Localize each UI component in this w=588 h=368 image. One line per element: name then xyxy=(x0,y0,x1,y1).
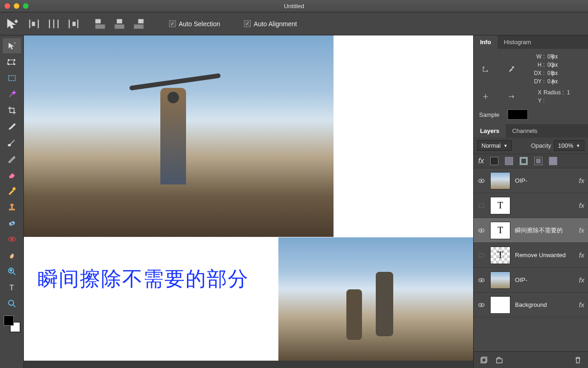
layer-row[interactable]: Backgroundfx xyxy=(474,293,588,317)
layer-row[interactable]: T瞬间擦除不需要的fx xyxy=(474,218,588,243)
svg-point-36 xyxy=(8,300,13,305)
eyedropper-tool[interactable] xyxy=(3,183,21,198)
align-left-icon[interactable] xyxy=(94,17,107,30)
marquee-tool[interactable] xyxy=(3,70,21,86)
layer-fx-icon[interactable]: fx xyxy=(579,251,584,259)
h-label: H : xyxy=(531,62,545,68)
opacity-select[interactable]: 100% ▼ xyxy=(554,140,584,151)
svg-rect-22 xyxy=(8,75,15,80)
crop-tool[interactable] xyxy=(3,103,21,118)
move-tool-indicator-icon: + xyxy=(6,17,18,30)
stamp-tool[interactable] xyxy=(3,199,21,214)
svg-rect-10 xyxy=(96,19,101,23)
magic-wand-tool[interactable] xyxy=(3,86,21,102)
layer-row[interactable]: TRemove Unwantedfx xyxy=(474,243,588,268)
horizontal-scrollbar[interactable] xyxy=(24,361,473,368)
pencil-tool[interactable] xyxy=(3,151,21,166)
minimize-icon[interactable] xyxy=(14,3,19,9)
fill-square-icon[interactable] xyxy=(505,157,513,165)
window-title: Untitled xyxy=(284,3,304,10)
red-eye-tool[interactable] xyxy=(3,231,21,247)
svg-point-47 xyxy=(481,304,482,306)
svg-point-30 xyxy=(12,222,13,223)
svg-rect-5 xyxy=(53,19,54,28)
text-tool[interactable]: T xyxy=(3,280,21,295)
layer-fx-icon[interactable]: fx xyxy=(579,201,584,209)
layer-fx-icon[interactable]: fx xyxy=(579,177,584,184)
paint-tool[interactable] xyxy=(3,135,21,150)
color-swatches[interactable] xyxy=(4,316,20,332)
right-panels: Info Histogram W :0 px R : H :0 px G : D… xyxy=(473,35,588,368)
layer-fx-icon[interactable]: fx xyxy=(579,226,584,234)
visibility-toggle-icon[interactable] xyxy=(477,177,486,185)
chevron-down-icon: ▼ xyxy=(503,144,508,148)
layer-thumbnail: T xyxy=(490,197,510,214)
layer-fx-icon[interactable]: fx xyxy=(579,301,584,309)
titlebar: Untitled xyxy=(0,0,588,12)
canvas-image-2 xyxy=(278,237,473,361)
tab-histogram[interactable]: Histogram xyxy=(498,35,537,49)
svg-rect-4 xyxy=(49,19,50,28)
move-tool[interactable]: + xyxy=(3,38,21,53)
eraser-tool[interactable] xyxy=(3,167,21,182)
toolbox: + + T xyxy=(0,35,24,368)
canvas-image-1 xyxy=(24,35,334,237)
layer-row[interactable]: OIP-fx xyxy=(474,168,588,193)
stroke-square-icon[interactable] xyxy=(520,157,528,165)
canvas-area: 瞬间擦除不需要的部分 xyxy=(24,35,473,368)
healing-tool[interactable] xyxy=(3,215,21,230)
visibility-toggle-icon[interactable] xyxy=(477,201,486,210)
svg-text:T: T xyxy=(9,283,14,291)
document-canvas[interactable]: 瞬间擦除不需要的部分 xyxy=(24,35,473,361)
mask-square-icon[interactable] xyxy=(490,157,498,165)
layer-row[interactable]: OIP-fx xyxy=(474,268,588,293)
pattern-square-icon[interactable] xyxy=(549,157,557,165)
zoom-tool[interactable]: + xyxy=(3,264,21,279)
layer-fx-icon[interactable]: fx xyxy=(579,276,584,284)
svg-point-24 xyxy=(12,187,15,190)
trash-icon[interactable] xyxy=(573,356,582,365)
gradient-square-icon[interactable] xyxy=(534,157,543,165)
layer-thumbnail xyxy=(490,172,510,190)
visibility-toggle-icon[interactable] xyxy=(477,301,486,309)
svg-rect-9 xyxy=(77,19,78,28)
tab-layers[interactable]: Layers xyxy=(474,124,506,138)
tab-info[interactable]: Info xyxy=(474,35,498,49)
smudge-tool[interactable] xyxy=(3,247,21,263)
auto-selection-checkbox[interactable]: ✓ Auto Selection xyxy=(169,20,220,28)
blend-mode-select[interactable]: Normal ▼ xyxy=(477,140,512,151)
svg-rect-28 xyxy=(9,221,14,226)
fx-icon[interactable]: fx xyxy=(478,157,484,165)
zoom-icon[interactable] xyxy=(23,3,28,9)
tab-channels[interactable]: Channels xyxy=(506,124,544,138)
visibility-toggle-icon[interactable] xyxy=(477,276,486,284)
brush-tool[interactable] xyxy=(3,119,21,134)
visibility-toggle-icon[interactable] xyxy=(477,226,486,235)
svg-rect-43 xyxy=(479,253,484,257)
auto-selection-label: Auto Selection xyxy=(179,20,220,28)
svg-point-27 xyxy=(10,203,13,206)
layer-effects-row: fx xyxy=(474,154,588,168)
align-center-icon[interactable] xyxy=(113,17,126,30)
visibility-toggle-icon[interactable] xyxy=(477,251,486,259)
svg-text:+: + xyxy=(13,41,16,46)
distribute-left-icon[interactable] xyxy=(28,17,40,30)
new-layer-icon[interactable] xyxy=(479,356,488,365)
distribute-center-icon[interactable] xyxy=(47,17,60,30)
new-group-icon[interactable] xyxy=(495,356,504,365)
transform-tool[interactable] xyxy=(3,54,21,69)
g-label: G : xyxy=(544,62,558,68)
zoom-out-tool[interactable] xyxy=(3,296,21,311)
foreground-color-swatch[interactable] xyxy=(4,316,14,326)
auto-alignment-label: Auto Alignment xyxy=(254,20,297,28)
layer-row[interactable]: Tfx xyxy=(474,193,588,218)
w-label: W : xyxy=(531,53,545,60)
svg-point-29 xyxy=(10,223,11,224)
r-label: R : xyxy=(544,53,558,60)
close-icon[interactable] xyxy=(5,3,10,9)
sample-color-swatch[interactable] xyxy=(508,109,528,120)
auto-alignment-checkbox[interactable]: ✓ Auto Alignment xyxy=(244,20,297,28)
align-right-icon[interactable] xyxy=(132,17,145,30)
svg-point-39 xyxy=(481,180,482,182)
distribute-right-icon[interactable] xyxy=(67,17,80,30)
